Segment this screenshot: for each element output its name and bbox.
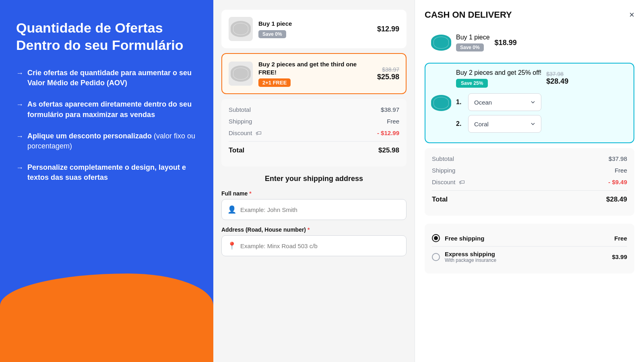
right-product-2-image	[431, 95, 451, 111]
pillow-teal-icon-1	[431, 35, 451, 51]
tag-icon-right: 🏷	[459, 179, 465, 185]
shipping-free-option[interactable]: Free shipping Free	[432, 230, 627, 246]
center-product-1-badge: Save 0%	[258, 30, 286, 38]
right-header: CASH ON DELIVERY ×	[425, 10, 634, 20]
address-label: Address (Road, House number) *	[221, 226, 407, 233]
left-panel: Quantidade de Ofertas Dentro do seu Form…	[0, 0, 213, 362]
arrow-icon-3: →	[16, 132, 23, 142]
right-subtotal-row: Subtotal $37.98	[432, 155, 627, 162]
center-product-1-title: Buy 1 piece	[258, 20, 372, 28]
pillow-teal-icon-2	[431, 95, 451, 111]
variant-num-2: 2.	[456, 120, 464, 128]
center-product-2-image	[229, 62, 253, 86]
center-product-2-title: Buy 2 pieces and get the third one FREE!	[258, 60, 372, 76]
right-product-1-title: Buy 1 piece	[456, 34, 490, 41]
variant-row-2: 2. Coral Ocean Navy	[456, 115, 541, 133]
variant-row-1: 1. Ocean Coral Navy	[456, 93, 541, 111]
shipping-express-desc: With package insurance	[445, 257, 607, 263]
center-product-2-price: $38.97 $25.98	[377, 66, 399, 81]
right-discount-row: Discount 🏷 - $9.49	[432, 179, 627, 185]
variant-select-2[interactable]: Coral Ocean Navy	[468, 115, 541, 133]
right-summary: Subtotal $37.98 Shipping Free Discount 🏷…	[425, 148, 634, 216]
right-product-1-price: $18.99	[495, 39, 517, 47]
shipping-express-price: $3.99	[612, 253, 627, 260]
center-product-2[interactable]: Buy 2 pieces and get the third one FREE!…	[221, 53, 407, 94]
shipping-free-price: Free	[614, 235, 627, 242]
center-panel: Buy 1 piece Save 0% $12.99 Buy 2 pieces …	[213, 0, 415, 362]
tag-icon: 🏷	[256, 130, 262, 136]
right-product-1-info: Buy 1 piece Save 0%	[456, 34, 490, 51]
bullet-4-text: Personalize completamente o design, layo…	[27, 162, 197, 183]
center-total-row: Total $25.98	[229, 141, 399, 154]
pillow-grey-icon	[231, 21, 251, 37]
right-total-row: Total $28.49	[432, 190, 627, 204]
center-product-1-info: Buy 1 piece Save 0%	[258, 20, 372, 38]
center-discount-label: Discount 🏷	[229, 130, 262, 136]
person-icon: 👤	[227, 205, 236, 214]
close-button[interactable]: ×	[629, 10, 634, 20]
right-title: CASH ON DELIVERY	[425, 10, 512, 20]
bullet-1: → Crie ofertas de quantidade para aument…	[16, 68, 197, 88]
left-title: Quantidade de Ofertas Dentro do seu Form…	[16, 19, 197, 53]
shipping-section-title: Enter your shipping address	[221, 175, 407, 183]
bullet-2: → As ofertas aparecem diretamente dentro…	[16, 99, 197, 119]
arrow-icon-4: →	[16, 163, 23, 173]
center-product-2-badge: 2+1 FREE	[258, 78, 291, 87]
address-input-wrap[interactable]: 📍	[221, 235, 407, 256]
center-product-1-price: $12.99	[377, 25, 399, 33]
variant-num-1: 1.	[456, 99, 464, 106]
bullet-1-text: Crie ofertas de quantidade para aumentar…	[27, 68, 197, 88]
shipping-free-info: Free shipping	[445, 235, 609, 242]
location-icon: 📍	[227, 241, 236, 250]
arrow-icon-2: →	[16, 100, 23, 110]
center-subtotal-row: Subtotal $38.97	[229, 106, 399, 113]
center-discount-row: Discount 🏷 - $12.99	[229, 130, 399, 136]
shipping-express-info: Express shipping With package insurance	[445, 251, 607, 263]
center-summary: Subtotal $38.97 Shipping Free Discount 🏷…	[221, 99, 407, 167]
right-product-2-title: Buy 2 pieces and get 25% off!	[456, 69, 541, 76]
right-shipping-row: Shipping Free	[432, 167, 627, 174]
center-shipping-row: Shipping Free	[229, 118, 399, 125]
shipping-express-name: Express shipping	[445, 251, 607, 257]
variant-select-1[interactable]: Ocean Coral Navy	[468, 93, 541, 111]
right-product-1[interactable]: Buy 1 piece Save 0% $18.99	[425, 27, 634, 58]
right-product-2-price: $37.98 $28.49	[546, 71, 568, 86]
radio-free[interactable]	[432, 234, 440, 242]
orange-wave	[0, 274, 213, 362]
shipping-free-name: Free shipping	[445, 235, 609, 242]
bullet-3-text: Aplique um desconto personalizado (valor…	[27, 131, 197, 151]
radio-express[interactable]	[432, 253, 440, 261]
bullet-2-text: As ofertas aparecem diretamente dentro d…	[27, 99, 197, 119]
arrow-icon-1: →	[16, 68, 23, 78]
bullet-list: → Crie ofertas de quantidade para aument…	[16, 68, 197, 183]
right-product-2[interactable]: Buy 2 pieces and get 25% off! Save 25% 1…	[425, 63, 634, 143]
center-product-1-image	[229, 17, 253, 41]
pillow-grey-icon-2	[231, 66, 251, 82]
right-discount-label: Discount 🏷	[432, 179, 465, 185]
right-product-1-image	[431, 35, 451, 51]
fullname-input[interactable]	[240, 206, 400, 213]
right-panel: CASH ON DELIVERY × Buy 1 piece Save 0% $…	[415, 0, 644, 362]
fullname-label: Full name *	[221, 190, 407, 197]
right-product-1-badge: Save 0%	[456, 43, 484, 51]
bullet-3: → Aplique um desconto personalizado (val…	[16, 131, 197, 151]
shipping-options: Free shipping Free Express shipping With…	[425, 224, 634, 274]
bullet-4: → Personalize completamente o design, la…	[16, 162, 197, 183]
center-product-1[interactable]: Buy 1 piece Save 0% $12.99	[221, 10, 407, 48]
center-product-2-info: Buy 2 pieces and get the third one FREE!…	[258, 60, 372, 87]
address-input[interactable]	[240, 243, 400, 249]
right-product-2-badge: Save 25%	[456, 79, 488, 88]
right-product-2-info: Buy 2 pieces and get 25% off! Save 25% 1…	[456, 69, 541, 137]
shipping-express-option[interactable]: Express shipping With package insurance …	[432, 246, 627, 267]
fullname-input-wrap[interactable]: 👤	[221, 199, 407, 220]
